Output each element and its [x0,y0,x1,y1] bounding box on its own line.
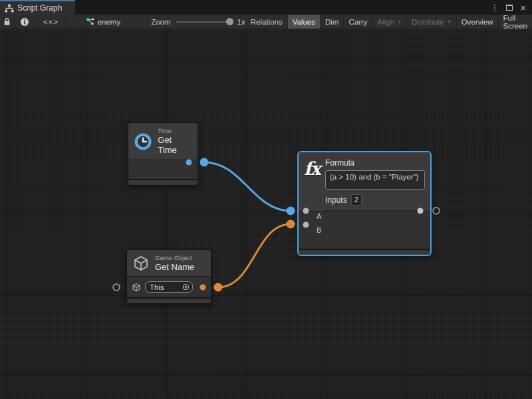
port-getname-target-input[interactable] [113,284,120,291]
target-object-value: This [150,283,182,291]
port-formula-result-output[interactable] [433,207,440,214]
wire-endpoint[interactable] [287,207,295,215]
align-dropdown[interactable]: Align▼ [372,15,407,29]
maximize-icon[interactable] [506,5,513,11]
node-formula-header: fx Formula (a > 10) and (b = "Player") I… [299,152,430,211]
close-icon[interactable]: × [520,3,526,13]
wire-getname-to-formula-b[interactable] [218,224,291,287]
zoom-value: 1x [237,18,245,26]
node-formula-ports: A B [299,211,430,249]
node-get-time-body [128,160,198,179]
window-controls: ⋮ × [490,0,532,15]
window-menu-icon[interactable]: ⋮ [490,3,499,12]
port-a-label: A [317,212,321,220]
graph-breadcrumb[interactable]: enemy [82,15,125,29]
lock-button[interactable] [0,15,15,29]
script-graph-icon [5,4,14,13]
clock-icon [134,132,152,152]
wires-overlay [0,29,532,399]
node-footer [127,297,211,303]
relations-toggle[interactable]: Relations [245,15,287,29]
cube-icon [132,255,150,272]
graph-toolbar: <×> enemy Zoom 1x Relations Values Dim C… [0,15,532,29]
node-title: Get Time [158,135,191,156]
distribute-dropdown[interactable]: Distribute▼ [406,15,456,29]
zoom-slider-handle[interactable] [226,18,233,25]
port-b-label: B [317,226,321,234]
graph-icon [86,17,94,26]
node-title: Get Name [155,262,194,273]
code-preview-button[interactable]: <×> [35,15,67,29]
window-titlebar: Script Graph ⋮ × [0,0,532,15]
node-get-name[interactable]: Game Object Get Name This [126,249,211,304]
object-picker-icon[interactable] [182,283,190,291]
graph-canvas[interactable]: Time Get Time Game Object Get Name This [0,29,532,399]
values-toggle[interactable]: Values [287,15,320,29]
wire-endpoint[interactable] [287,220,295,229]
node-subtitle: Time [158,127,191,135]
zoom-slider[interactable] [176,21,232,23]
wire-endpoint[interactable] [200,158,209,167]
node-footer [299,249,430,255]
wire-endpoint[interactable] [214,283,223,292]
tab-script-graph[interactable]: Script Graph [0,0,75,15]
node-get-name-body: This [127,277,211,297]
chevron-down-icon: ▼ [397,19,402,24]
overview-button[interactable]: Overview [456,15,498,29]
inspect-button[interactable] [15,15,35,29]
chevron-down-icon: ▼ [447,19,452,24]
zoom-label: Zoom [151,18,170,26]
carry-toggle[interactable]: Carry [343,15,372,29]
code-icon: <×> [43,18,59,26]
zoom-control: Zoom 1x [151,15,245,29]
node-get-time-header: Time Get Time [128,123,198,160]
formula-expression-input[interactable]: (a > 10) and (b = "Player") [325,170,425,190]
inputs-label: Inputs [325,196,347,205]
formula-fx-icon: fx [304,158,325,178]
node-get-time[interactable]: Time Get Time [128,122,198,186]
wire-time-to-formula-a[interactable] [204,162,291,211]
toolbar-toggles: Relations Values Dim Carry Align▼ Distri… [245,15,532,29]
node-get-name-header: Game Object Get Name [127,250,211,277]
node-footer [128,179,198,185]
lock-icon [3,17,11,26]
tab-title: Script Graph [17,3,62,13]
node-title: Formula [325,158,425,168]
dim-toggle[interactable]: Dim [320,15,343,29]
target-object-field[interactable]: This [145,281,193,293]
node-formula[interactable]: fx Formula (a > 10) and (b = "Player") I… [298,152,431,255]
cube-icon [132,283,141,292]
info-icon [20,17,29,27]
node-subtitle: Game Object [155,254,194,262]
full-screen-button[interactable]: Full Screen [498,15,532,29]
graph-name: enemy [98,18,121,26]
inputs-count-field[interactable]: 2 [351,194,362,205]
